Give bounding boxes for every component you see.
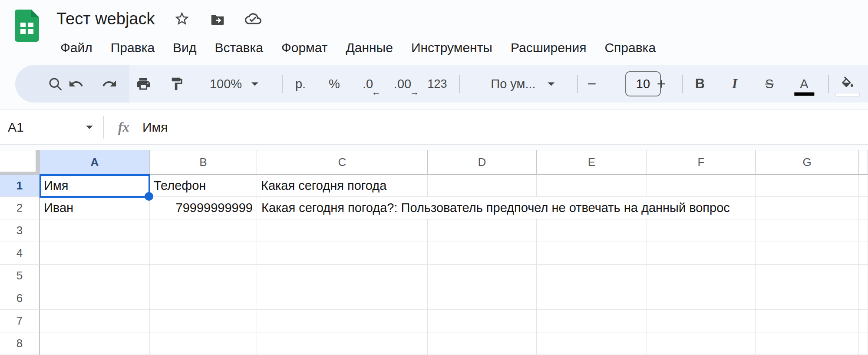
cell-B2[interactable]: 79999999999: [150, 197, 257, 219]
cell-F8[interactable]: [647, 332, 756, 355]
zoom-select[interactable]: 100%: [210, 77, 259, 91]
cell-E4[interactable]: [537, 242, 647, 265]
cell-edge5[interactable]: [859, 265, 868, 287]
paint-format-icon[interactable]: [169, 76, 184, 91]
text-color-button[interactable]: A: [800, 78, 808, 90]
select-all-corner[interactable]: [0, 150, 40, 175]
increase-font-size-button[interactable]: [656, 78, 667, 90]
column-header-E[interactable]: E: [537, 150, 647, 175]
row-header-2[interactable]: 2: [0, 197, 40, 219]
column-header-F[interactable]: F: [647, 150, 756, 175]
menu-item-help[interactable]: Справка: [595, 40, 665, 55]
cell-E6[interactable]: [537, 287, 647, 310]
cell-E1[interactable]: [537, 175, 647, 197]
cell-edge1[interactable]: [859, 175, 868, 197]
cell-G8[interactable]: [756, 332, 859, 355]
decrease-font-size-button[interactable]: [586, 78, 597, 90]
cell-G7[interactable]: [756, 310, 859, 332]
row-header-1[interactable]: 1: [0, 175, 40, 197]
cell-B8[interactable]: [150, 332, 257, 355]
print-icon[interactable]: [135, 76, 151, 92]
cell-A3[interactable]: [40, 219, 150, 242]
decrease-decimals-button[interactable]: .0←: [363, 77, 373, 91]
cell-C2-overflow-text[interactable]: Какая сегодня погода?: Пользователь пред…: [257, 197, 739, 219]
cell-B5[interactable]: [150, 265, 257, 287]
menu-item-extensions[interactable]: Расширения: [502, 40, 595, 55]
cell-F4[interactable]: [647, 242, 756, 265]
cell-G2[interactable]: [756, 197, 859, 219]
cell-C1[interactable]: Какая сегодня погода: [257, 175, 428, 197]
cell-edge4[interactable]: [859, 242, 868, 265]
cell-D5[interactable]: [428, 265, 537, 287]
cell-edge3[interactable]: [859, 219, 868, 242]
column-header-G[interactable]: G: [756, 150, 859, 175]
cell-F7[interactable]: [647, 310, 756, 332]
cell-edge2[interactable]: [859, 197, 868, 219]
more-formats-button[interactable]: 123: [427, 77, 447, 91]
cell-G4[interactable]: [756, 242, 859, 265]
menu-item-format[interactable]: Формат: [272, 40, 337, 55]
star-icon[interactable]: [174, 10, 190, 27]
column-header-C[interactable]: C: [257, 150, 428, 175]
formula-bar-value[interactable]: Имя: [142, 120, 168, 135]
cell-F5[interactable]: [647, 265, 756, 287]
column-header-D[interactable]: D: [428, 150, 537, 175]
cell-D8[interactable]: [428, 332, 537, 355]
cell-C8[interactable]: [257, 332, 428, 355]
cell-B4[interactable]: [150, 242, 257, 265]
row-header-3[interactable]: 3: [0, 219, 40, 242]
row-header-5[interactable]: 5: [0, 265, 40, 287]
cell-A6[interactable]: [40, 287, 150, 310]
italic-button[interactable]: I: [732, 76, 737, 92]
cell-F6[interactable]: [647, 287, 756, 310]
cell-A5[interactable]: [40, 265, 150, 287]
cell-E8[interactable]: [537, 332, 647, 355]
redo-icon[interactable]: [102, 76, 117, 92]
strikethrough-button[interactable]: S: [765, 77, 773, 91]
cell-E7[interactable]: [537, 310, 647, 332]
cell-edge7[interactable]: [859, 310, 868, 332]
cell-D3[interactable]: [428, 219, 537, 242]
sheets-logo-icon[interactable]: [15, 10, 39, 43]
row-header-6[interactable]: 6: [0, 287, 40, 310]
fill-color-button[interactable]: [840, 76, 855, 91]
search-icon[interactable]: [47, 76, 63, 92]
cell-B3[interactable]: [150, 219, 257, 242]
menu-item-tools[interactable]: Инструменты: [402, 40, 502, 55]
cell-A7[interactable]: [40, 310, 150, 332]
cell-edge6[interactable]: [859, 287, 868, 310]
cell-edge8[interactable]: [859, 332, 868, 355]
cell-A4[interactable]: [40, 242, 150, 265]
row-header-7[interactable]: 7: [0, 310, 40, 332]
menu-item-file[interactable]: Файл: [51, 40, 102, 55]
column-header-edge[interactable]: [859, 150, 868, 175]
menu-item-view[interactable]: Вид: [164, 40, 205, 55]
cell-C4[interactable]: [257, 242, 428, 265]
cell-B6[interactable]: [150, 287, 257, 310]
cell-G1[interactable]: [756, 175, 859, 197]
row-header-8[interactable]: 8: [0, 332, 40, 355]
cell-D7[interactable]: [428, 310, 537, 332]
menu-item-insert[interactable]: Вставка: [205, 40, 272, 55]
cell-B1[interactable]: Телефон: [150, 175, 257, 197]
bold-button[interactable]: B: [695, 76, 705, 92]
cell-D1[interactable]: [428, 175, 537, 197]
cell-D4[interactable]: [428, 242, 537, 265]
cell-B7[interactable]: [150, 310, 257, 332]
document-title[interactable]: Тест webjack: [56, 10, 155, 28]
undo-icon[interactable]: [68, 76, 84, 92]
cloud-saved-icon[interactable]: [245, 10, 261, 27]
name-box-chevron-down-icon[interactable]: [85, 125, 94, 130]
cell-G3[interactable]: [756, 219, 859, 242]
move-to-folder-icon[interactable]: [209, 10, 226, 27]
cell-G6[interactable]: [756, 287, 859, 310]
name-box[interactable]: A1: [8, 120, 24, 135]
cell-E5[interactable]: [537, 265, 647, 287]
cell-D6[interactable]: [428, 287, 537, 310]
cell-C6[interactable]: [257, 287, 428, 310]
cell-A1[interactable]: Имя: [40, 175, 150, 197]
menu-item-data[interactable]: Данные: [337, 40, 402, 55]
cell-C5[interactable]: [257, 265, 428, 287]
fill-handle[interactable]: [145, 192, 153, 201]
cell-F1[interactable]: [647, 175, 756, 197]
